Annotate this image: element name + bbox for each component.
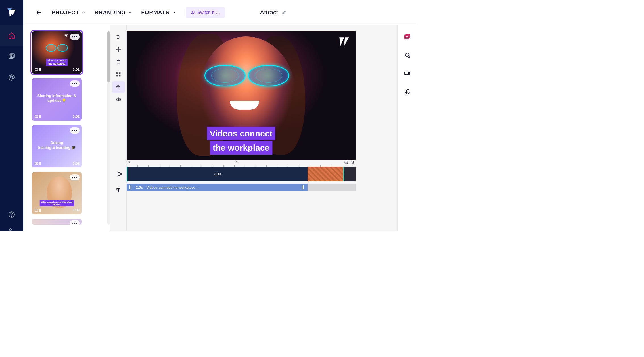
- scene-duration: 0:02: [73, 68, 80, 72]
- scene-card[interactable]: With engaging and bite-sizedstories. 0:0…: [32, 172, 82, 214]
- play-button[interactable]: [116, 170, 123, 178]
- scene-panel: Videos connectthe workplace 0:02 Sharing…: [23, 25, 107, 231]
- transition-clip[interactable]: [308, 167, 344, 181]
- scene-menu-button[interactable]: [70, 220, 80, 225]
- music-switch-button[interactable]: Switch It …: [186, 7, 225, 18]
- svg-rect-14: [40, 68, 41, 71]
- timeline-ruler[interactable]: 0s 1s: [127, 160, 356, 167]
- edit-title-icon[interactable]: [281, 10, 287, 15]
- text-clip[interactable]: 2.0s Videos connect the workplace…: [127, 184, 308, 191]
- scene-duration: 0:03: [73, 208, 80, 212]
- video-track[interactable]: 2.0s: [127, 167, 356, 181]
- ruler-mark: 1s: [234, 160, 238, 164]
- project-title: Attract: [260, 9, 278, 16]
- chevron-down-icon: [172, 11, 176, 14]
- nav-rail: [0, 0, 23, 231]
- timeline: 0s 1s: [127, 160, 356, 192]
- text-clip-label: Videos connect the workplace…: [146, 185, 199, 190]
- scene-menu-button[interactable]: [70, 80, 80, 87]
- tool-text[interactable]: [112, 31, 125, 43]
- scene-menu-button[interactable]: [70, 174, 80, 180]
- scene-menu-button[interactable]: [70, 34, 80, 40]
- video-clip[interactable]: 2.0s: [127, 167, 308, 181]
- scene-overlay-text: Videos connectthe workplace: [46, 59, 68, 66]
- svg-rect-17: [40, 115, 41, 118]
- nav-settings[interactable]: [0, 225, 23, 231]
- menu-branding[interactable]: BRANDING: [93, 7, 133, 18]
- scene-type-icon: [34, 67, 41, 72]
- chevron-down-icon: [128, 11, 132, 14]
- scene-card[interactable]: Videos connectthe workplace 0:02: [32, 31, 82, 74]
- scene-scrollbar[interactable]: [107, 31, 110, 225]
- timeline-zoom-out[interactable]: [350, 160, 356, 165]
- menu-branding-label: BRANDING: [95, 9, 126, 16]
- ruler-mark: 0s: [127, 160, 130, 164]
- svg-rect-12: [35, 69, 38, 71]
- svg-point-5: [12, 77, 13, 77]
- preview-text-line1: Videos connect: [207, 127, 275, 140]
- right-music-button[interactable]: [402, 86, 413, 97]
- canvas-area: Videos connect the workplace 0s 1s: [127, 25, 397, 231]
- nav-palette[interactable]: [0, 67, 23, 88]
- tool-zoom[interactable]: [112, 81, 125, 93]
- back-button[interactable]: [32, 7, 44, 18]
- svg-point-34: [408, 92, 409, 94]
- text-track-tail: [308, 184, 356, 191]
- svg-point-11: [193, 13, 194, 14]
- svg-point-8: [9, 229, 11, 231]
- scene-logo-icon: [64, 34, 69, 39]
- chevron-down-icon: [81, 11, 85, 14]
- svg-rect-19: [39, 162, 40, 165]
- scene-card[interactable]: [32, 219, 82, 225]
- svg-point-4: [11, 76, 12, 76]
- music-switch-label: Switch It …: [197, 10, 220, 15]
- tool-clipboard[interactable]: [112, 56, 125, 68]
- music-note-icon: [191, 10, 195, 15]
- svg-point-10: [191, 13, 192, 14]
- svg-rect-32: [405, 72, 408, 75]
- text-clip-duration: 2.0s: [136, 185, 143, 190]
- svg-point-3: [10, 77, 11, 77]
- menu-formats[interactable]: FORMATS: [140, 7, 177, 18]
- svg-point-33: [405, 93, 406, 94]
- right-rail: [397, 25, 417, 231]
- text-track-icon: T: [116, 187, 120, 194]
- svg-point-7: [11, 216, 12, 217]
- scene-overlay-text: Drivingtraining & learning 🎓: [32, 140, 82, 150]
- right-image-button[interactable]: [402, 31, 413, 43]
- clip-duration-label: 2.0s: [213, 172, 221, 176]
- tool-rail: [110, 25, 127, 231]
- preview-text-overlay[interactable]: Videos connect the workplace: [207, 127, 275, 155]
- tool-expand[interactable]: [112, 69, 125, 80]
- scene-card[interactable]: Drivingtraining & learning 🎓 0:02: [32, 125, 82, 167]
- menu-project[interactable]: PROJECT: [51, 7, 87, 18]
- project-title-area: Attract: [260, 9, 287, 16]
- scene-menu-button[interactable]: [70, 127, 80, 134]
- scene-card[interactable]: Sharing information & updates💡 0:02: [32, 78, 82, 121]
- clip-handle-right[interactable]: [302, 185, 305, 189]
- topbar: PROJECT BRANDING FORMATS Switch It … Att…: [23, 0, 417, 25]
- scene-type-icon: [34, 208, 41, 213]
- scene-overlay-text: With engaging and bite-sizedstories.: [40, 200, 74, 206]
- right-video-button[interactable]: [402, 68, 413, 79]
- svg-rect-23: [40, 209, 41, 212]
- svg-rect-20: [40, 162, 41, 165]
- tool-move[interactable]: [112, 44, 125, 55]
- svg-point-2: [11, 55, 12, 55]
- scene-type-icon: [34, 114, 41, 119]
- tool-volume[interactable]: [112, 94, 125, 105]
- scene-duration: 0:02: [73, 115, 80, 119]
- nav-help[interactable]: [0, 204, 23, 225]
- right-fill-button[interactable]: [402, 49, 413, 61]
- nav-home[interactable]: [0, 25, 23, 46]
- nav-media[interactable]: [0, 46, 23, 67]
- svg-rect-22: [39, 209, 40, 212]
- track-tail: [344, 167, 356, 181]
- scene-duration: 0:02: [73, 161, 80, 165]
- scene-overlay-text: Sharing information & updates💡: [32, 94, 82, 103]
- timeline-zoom-in[interactable]: [344, 160, 349, 165]
- svg-point-31: [406, 35, 407, 36]
- app-logo: [0, 0, 23, 25]
- clip-handle-left[interactable]: [129, 185, 132, 189]
- preview-canvas[interactable]: Videos connect the workplace: [127, 31, 356, 160]
